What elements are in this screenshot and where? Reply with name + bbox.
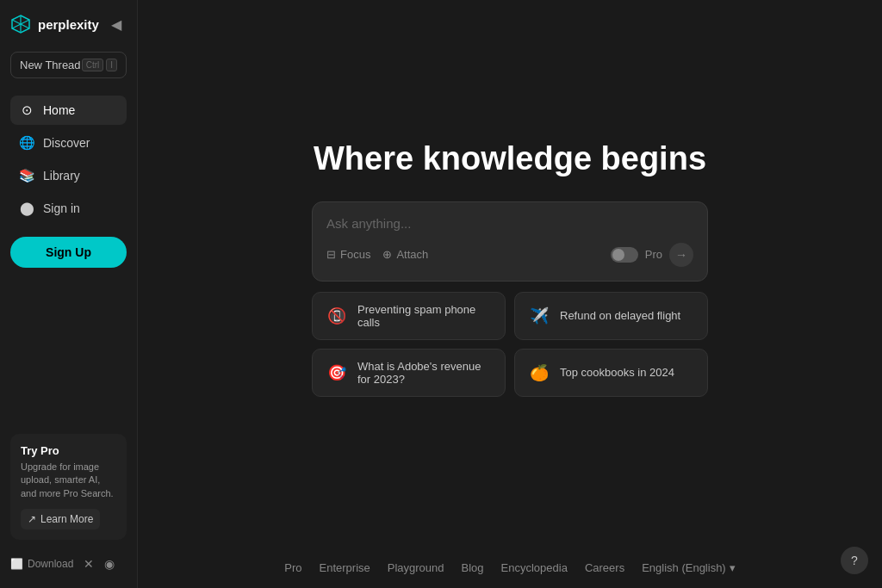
try-pro-title: Try Pro bbox=[21, 444, 116, 457]
suggestion-grid: 📵 Preventing spam phone calls ✈️ Refund … bbox=[312, 292, 708, 397]
focus-button[interactable]: ⊟ Focus bbox=[326, 248, 370, 261]
new-thread-button[interactable]: New Thread Ctrl I bbox=[10, 52, 127, 78]
sidebar-footer: ⬜ Download ✕ ◉ bbox=[10, 554, 127, 574]
suggestion-icon-flight: ✈️ bbox=[527, 304, 551, 328]
attach-button[interactable]: ⊕ Attach bbox=[382, 248, 428, 261]
try-pro-description: Upgrade for image upload, smarter AI, an… bbox=[21, 461, 116, 500]
new-thread-shortcut: Ctrl I bbox=[82, 59, 117, 71]
footer-link-enterprise[interactable]: Enterprise bbox=[320, 561, 370, 574]
search-footer: ⊟ Focus ⊕ Attach Pro → bbox=[326, 243, 693, 267]
logo: perplexity bbox=[10, 14, 99, 34]
sidebar-item-discover[interactable]: 🌐 Discover bbox=[10, 128, 127, 158]
home-icon: ⊙ bbox=[19, 102, 34, 118]
suggestion-card-adobe[interactable]: 🎯 What is Adobe's revenue for 2023? bbox=[312, 349, 506, 397]
learn-more-icon: ↗ bbox=[28, 513, 36, 525]
bottom-footer: Pro Enterprise Playground Blog Encyclope… bbox=[284, 561, 735, 574]
logo-icon bbox=[10, 14, 31, 34]
sidebar: perplexity ◀ New Thread Ctrl I ⊙ Home 🌐 … bbox=[0, 0, 138, 588]
focus-icon: ⊟ bbox=[326, 248, 336, 261]
library-icon: 📚 bbox=[19, 168, 34, 183]
main-title: Where knowledge begins bbox=[314, 140, 706, 177]
suggestion-icon-cookbooks: 🍊 bbox=[527, 361, 551, 385]
footer-link-playground[interactable]: Playground bbox=[388, 561, 444, 574]
search-actions-right: Pro → bbox=[611, 243, 693, 267]
pro-label: Pro bbox=[645, 248, 662, 261]
help-button[interactable]: ? bbox=[841, 547, 868, 574]
footer-link-encyclopedia[interactable]: Encyclopedia bbox=[501, 561, 568, 574]
discover-icon: 🌐 bbox=[19, 135, 34, 151]
nav-items: ⊙ Home 🌐 Discover 📚 Library ⬤ Sign in Si… bbox=[10, 96, 127, 420]
search-input[interactable] bbox=[326, 216, 693, 231]
collapse-button[interactable]: ◀ bbox=[106, 14, 127, 34]
download-link[interactable]: ⬜ Download bbox=[10, 558, 73, 570]
attach-icon: ⊕ bbox=[382, 248, 392, 261]
signup-button[interactable]: Sign Up bbox=[10, 237, 127, 268]
footer-link-careers[interactable]: Careers bbox=[585, 561, 624, 574]
search-box: ⊟ Focus ⊕ Attach Pro → bbox=[312, 201, 708, 282]
suggestion-icon-adobe: 🎯 bbox=[325, 361, 349, 385]
try-pro-section: Try Pro Upgrade for image upload, smarte… bbox=[10, 434, 127, 540]
sidebar-item-library[interactable]: 📚 Library bbox=[10, 161, 127, 190]
suggestion-card-cookbooks[interactable]: 🍊 Top cookbooks in 2024 bbox=[514, 349, 708, 397]
suggestion-icon-spam: 📵 bbox=[325, 304, 349, 328]
download-icon: ⬜ bbox=[10, 558, 23, 570]
twitter-icon[interactable]: ✕ bbox=[84, 557, 94, 571]
sidebar-header: perplexity ◀ bbox=[10, 14, 127, 34]
sidebar-item-home[interactable]: ⊙ Home bbox=[10, 96, 127, 125]
language-selector[interactable]: English (English) ▾ bbox=[642, 561, 736, 574]
learn-more-button[interactable]: ↗ Learn More bbox=[21, 509, 100, 529]
submit-button[interactable]: → bbox=[669, 243, 693, 267]
main-content: Where knowledge begins ⊟ Focus ⊕ Attach … bbox=[138, 0, 882, 588]
logo-text: perplexity bbox=[38, 17, 99, 32]
toggle-knob bbox=[612, 249, 624, 261]
suggestion-card-flight[interactable]: ✈️ Refund on delayed flight bbox=[514, 292, 708, 340]
signin-icon: ⬤ bbox=[19, 201, 34, 216]
suggestion-card-spam[interactable]: 📵 Preventing spam phone calls bbox=[312, 292, 506, 340]
pro-toggle[interactable] bbox=[611, 247, 638, 263]
discord-icon[interactable]: ◉ bbox=[104, 557, 115, 571]
sidebar-item-signin[interactable]: ⬤ Sign in bbox=[10, 194, 127, 223]
footer-link-blog[interactable]: Blog bbox=[462, 561, 484, 574]
chevron-down-icon: ▾ bbox=[730, 561, 736, 574]
footer-link-pro[interactable]: Pro bbox=[284, 561, 301, 574]
sidebar-bottom: Try Pro Upgrade for image upload, smarte… bbox=[10, 420, 127, 574]
search-actions-left: ⊟ Focus ⊕ Attach bbox=[326, 248, 428, 261]
